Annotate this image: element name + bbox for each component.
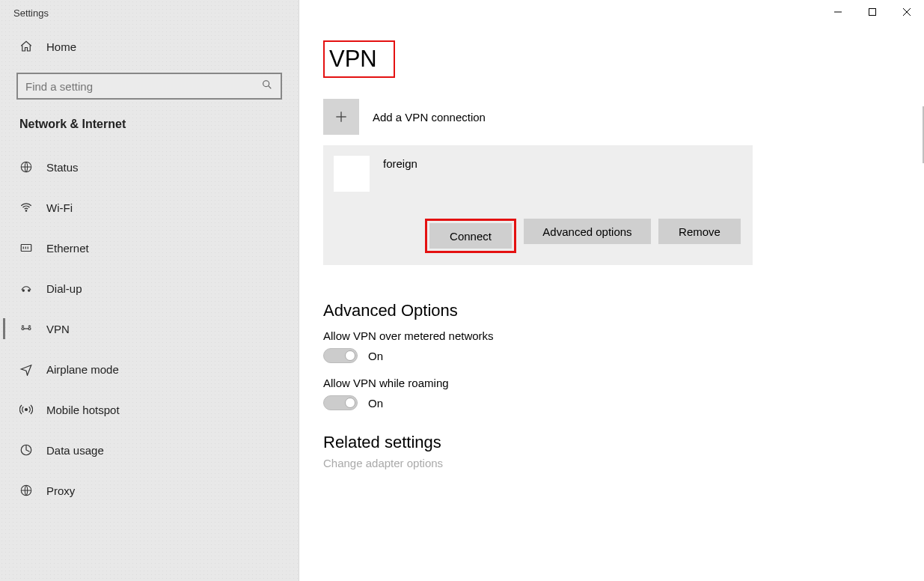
wifi-icon [19, 201, 33, 214]
vpn-connection-actions: Connect Advanced options Remove [334, 219, 741, 253]
svg-line-5 [269, 86, 272, 89]
status-icon [19, 160, 33, 174]
page-title: VPN [323, 40, 395, 78]
sidebar: Settings Home Network & Internet Status … [0, 0, 299, 581]
sidebar-item-label: Status [46, 161, 79, 174]
plus-icon [323, 99, 359, 135]
data-usage-icon [19, 443, 33, 457]
sidebar-item-label: Wi-Fi [46, 201, 73, 214]
svg-point-14 [22, 328, 24, 330]
sidebar-item-label: Data usage [46, 444, 104, 457]
sidebar-item-wifi[interactable]: Wi-Fi [0, 189, 299, 225]
window-title: Settings [0, 3, 299, 35]
search-icon [261, 79, 273, 94]
svg-point-16 [25, 409, 28, 411]
sidebar-home[interactable]: Home [0, 35, 299, 59]
roaming-toggle-state: On [368, 397, 383, 410]
metered-option-label: Allow VPN over metered networks [323, 329, 924, 342]
svg-point-13 [28, 290, 30, 291]
vpn-connection-header: foreign [334, 156, 741, 192]
svg-point-7 [25, 210, 27, 212]
sidebar-item-ethernet[interactable]: Ethernet [0, 230, 299, 266]
sidebar-item-status[interactable]: Status [0, 149, 299, 185]
roaming-option-label: Allow VPN while roaming [323, 377, 924, 389]
change-adapter-link[interactable]: Change adapter options [323, 457, 924, 469]
sidebar-item-label: Airplane mode [46, 363, 119, 376]
sidebar-category: Network & Internet [0, 118, 299, 145]
metered-toggle[interactable] [323, 348, 358, 363]
vpn-connection-icon [334, 156, 370, 192]
hotspot-icon [19, 403, 33, 416]
advanced-options-button[interactable]: Advanced options [524, 219, 651, 244]
sidebar-item-hotspot[interactable]: Mobile hotspot [0, 392, 299, 428]
metered-toggle-row: On [323, 348, 924, 363]
search-wrap [16, 73, 282, 100]
vpn-connection-panel[interactable]: foreign Connect Advanced options Remove [323, 145, 753, 265]
add-vpn-row[interactable]: Add a VPN connection [323, 99, 924, 135]
sidebar-item-vpn[interactable]: VPN [0, 311, 299, 347]
svg-point-12 [22, 290, 24, 291]
airplane-icon [19, 362, 33, 376]
sidebar-item-label: Proxy [46, 484, 75, 497]
connect-highlight: Connect [425, 219, 516, 253]
metered-toggle-state: On [368, 350, 383, 362]
home-icon [19, 40, 33, 53]
vpn-icon [19, 322, 33, 335]
svg-rect-8 [21, 245, 31, 252]
vpn-connection-name: foreign [383, 156, 417, 170]
remove-button[interactable]: Remove [658, 219, 741, 244]
advanced-options-heading: Advanced Options [323, 301, 924, 320]
connect-button[interactable]: Connect [429, 223, 512, 249]
svg-point-15 [28, 328, 31, 330]
sidebar-nav: Status Wi-Fi Ethernet Dial-up VPN [0, 149, 299, 508]
dialup-icon [19, 282, 33, 295]
sidebar-item-proxy[interactable]: Proxy [0, 472, 299, 508]
svg-point-4 [263, 81, 269, 87]
ethernet-icon [19, 241, 33, 255]
sidebar-home-label: Home [46, 40, 76, 53]
sidebar-item-label: Dial-up [46, 282, 82, 295]
add-vpn-label: Add a VPN connection [373, 111, 486, 124]
search-input[interactable] [16, 73, 282, 100]
sidebar-item-datausage[interactable]: Data usage [0, 432, 299, 468]
sidebar-item-airplane[interactable]: Airplane mode [0, 351, 299, 387]
sidebar-item-label: VPN [46, 323, 70, 335]
roaming-toggle[interactable] [323, 395, 358, 410]
sidebar-item-label: Ethernet [46, 242, 89, 255]
related-settings-heading: Related settings [323, 433, 924, 452]
sidebar-item-label: Mobile hotspot [46, 404, 120, 416]
main-content: VPN Add a VPN connection foreign Connect… [299, 0, 924, 581]
sidebar-item-dialup[interactable]: Dial-up [0, 270, 299, 306]
roaming-toggle-row: On [323, 395, 924, 410]
proxy-icon [19, 484, 33, 497]
